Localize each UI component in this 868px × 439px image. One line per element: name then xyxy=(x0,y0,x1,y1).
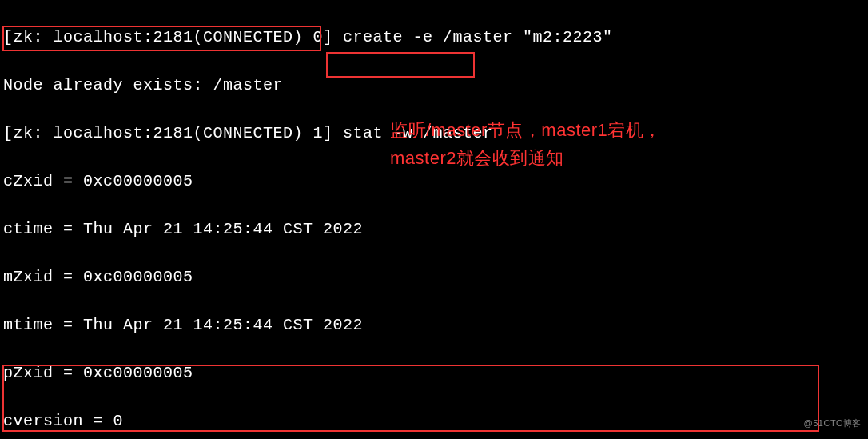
terminal-line: mZxid = 0xc00000005 xyxy=(3,265,865,289)
terminal-line: Node already exists: /master xyxy=(3,74,865,98)
terminal-line: [zk: localhost:2181(CONNECTED) 0] create… xyxy=(3,26,865,50)
terminal-line: ctime = Thu Apr 21 14:25:44 CST 2022 xyxy=(3,218,865,241)
terminal-line: pZxid = 0xc00000005 xyxy=(3,361,865,385)
terminal-line: cZxid = 0xc00000005 xyxy=(3,170,865,194)
terminal-line: cversion = 0 xyxy=(3,409,865,433)
terminal-output[interactable]: [zk: localhost:2181(CONNECTED) 0] create… xyxy=(0,0,868,439)
terminal-line: [zk: localhost:2181(CONNECTED) 1] stat -… xyxy=(3,122,865,146)
terminal-line: mtime = Thu Apr 21 14:25:44 CST 2022 xyxy=(3,313,865,337)
